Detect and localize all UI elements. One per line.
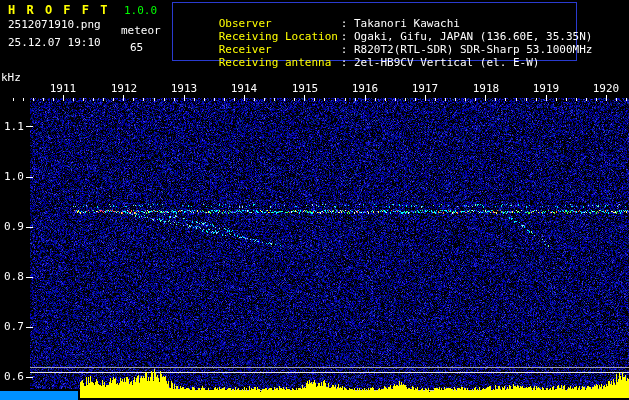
app-version: 1.0.0 bbox=[124, 5, 157, 17]
info-value: : 2el-HB9CV Vertical (el. E-W) bbox=[341, 56, 540, 69]
time-label: 1911 bbox=[50, 83, 77, 95]
freq-axis-unit: kHz bbox=[1, 72, 21, 84]
time-label: 1913 bbox=[171, 83, 198, 95]
datetime: 25.12.07 19:10 bbox=[8, 37, 101, 49]
time-label: 1918 bbox=[473, 83, 500, 95]
mode-label: meteor bbox=[121, 25, 161, 37]
time-label: 1912 bbox=[111, 83, 138, 95]
app-name: H R O F F T bbox=[8, 4, 109, 16]
freq-label: 0.6 bbox=[4, 371, 24, 383]
info-label: Receiving antenna bbox=[219, 57, 341, 69]
info-row-antenna: Receiving antenna: 2el-HB9CV Vertical (e… bbox=[179, 45, 539, 81]
time-label: 1914 bbox=[231, 83, 258, 95]
freq-label: 0.7 bbox=[4, 321, 24, 333]
hrofft-output: H R O F F T 1.0.0 2512071910.png meteor … bbox=[0, 0, 629, 400]
time-label: 1916 bbox=[352, 83, 379, 95]
freq-label: 0.8 bbox=[4, 271, 24, 283]
time-label: 1920 bbox=[593, 83, 620, 95]
freq-label: 0.9 bbox=[4, 221, 24, 233]
freq-label: 1.1 bbox=[4, 121, 24, 133]
filename: 2512071910.png bbox=[8, 19, 101, 31]
echo-count: 65 bbox=[130, 42, 143, 54]
time-label: 1915 bbox=[292, 83, 319, 95]
time-label: 1917 bbox=[412, 83, 439, 95]
station-info-box: Observer: Takanori Kawachi Receiving Loc… bbox=[172, 2, 577, 61]
freq-label: 1.0 bbox=[4, 171, 24, 183]
time-label: 1919 bbox=[533, 83, 560, 95]
